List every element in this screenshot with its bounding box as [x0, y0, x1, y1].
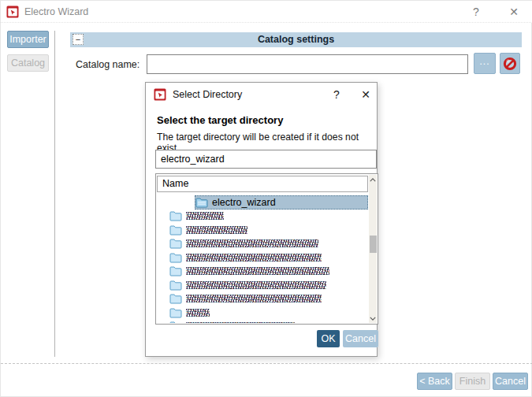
folder-icon [169, 265, 182, 276]
list-name-header[interactable]: Name [157, 176, 368, 192]
folder-icon [169, 238, 182, 249]
directory-item[interactable] [169, 250, 368, 265]
directory-item[interactable] [169, 237, 368, 251]
folder-icon [169, 321, 182, 323]
catalog-name-input[interactable] [147, 54, 468, 74]
directory-list-rows: electro_wizard [157, 195, 368, 323]
directory-item[interactable] [169, 278, 368, 292]
app-icon [6, 6, 19, 18]
redacted-folder-name [186, 295, 322, 302]
dialog-title: Select Directory [173, 89, 242, 100]
no-entry-icon [503, 57, 517, 71]
redacted-folder-name [186, 281, 326, 289]
redacted-folder-name [186, 239, 318, 247]
browse-button[interactable]: ... [474, 53, 496, 74]
folder-icon [169, 280, 182, 291]
folder-icon [169, 307, 182, 318]
folder-icon [169, 293, 182, 304]
folder-icon [169, 210, 182, 221]
select-directory-dialog: Select Directory ? ✕ Select the target d… [145, 82, 378, 357]
sidebar-divider [54, 31, 55, 357]
finish-button[interactable]: Finish [455, 373, 490, 390]
directory-item[interactable] [169, 292, 368, 306]
redacted-folder-name [186, 322, 295, 323]
sidebar-item-importer[interactable]: Importer [7, 31, 49, 48]
dialog-heading: Select the target directory [157, 114, 283, 126]
folder-icon [169, 252, 182, 263]
footer-divider [1, 363, 532, 364]
directory-item[interactable] [169, 265, 368, 279]
redacted-folder-name [186, 212, 224, 220]
sidebar-item-catalog[interactable]: Catalog [7, 54, 49, 72]
list-scrollbar[interactable] [369, 175, 377, 323]
catalog-settings-header: − Catalog settings [70, 32, 522, 47]
folder-name: electro_wizard [212, 197, 276, 208]
redacted-folder-name [186, 267, 329, 275]
scroll-up-icon[interactable] [369, 175, 377, 184]
directory-name-input[interactable] [155, 150, 377, 169]
dialog-app-icon [154, 88, 166, 101]
dialog-close-button[interactable]: ✕ [355, 84, 376, 105]
window-titlebar: Electro Wizard ? ✕ [1, 1, 532, 23]
folder-open-icon [195, 197, 208, 208]
cancel-button[interactable]: Cancel [493, 373, 528, 390]
dialog-titlebar: Select Directory ? ✕ [146, 83, 377, 106]
dialog-cancel-button[interactable]: Cancel [343, 330, 378, 347]
scroll-down-icon[interactable] [369, 314, 377, 323]
redacted-folder-name [186, 254, 322, 262]
directory-item[interactable] [169, 210, 368, 224]
directory-item[interactable]: electro_wizard [195, 195, 368, 210]
catalog-name-label: Catalog name: [76, 59, 140, 70]
directory-item[interactable] [169, 320, 368, 324]
dialog-help-button[interactable]: ? [327, 84, 346, 105]
validation-error-button[interactable] [500, 53, 520, 74]
redacted-folder-name [186, 226, 247, 234]
directory-list: Name electro_wizard [155, 173, 378, 325]
back-button[interactable]: < Back [417, 373, 452, 390]
section-title: Catalog settings [70, 34, 522, 45]
dialog-ok-button[interactable]: OK [317, 330, 340, 347]
window-close-button[interactable]: ✕ [502, 1, 526, 22]
electro-wizard-window: Electro Wizard ? ✕ Importer Catalog − Ca… [0, 0, 532, 397]
redacted-folder-name [186, 309, 210, 317]
window-help-button[interactable]: ? [466, 1, 486, 22]
directory-item[interactable] [169, 306, 368, 320]
folder-icon [169, 224, 182, 236]
window-title: Electro Wizard [24, 6, 88, 17]
directory-item[interactable] [169, 223, 368, 237]
scrollbar-thumb[interactable] [370, 236, 377, 253]
